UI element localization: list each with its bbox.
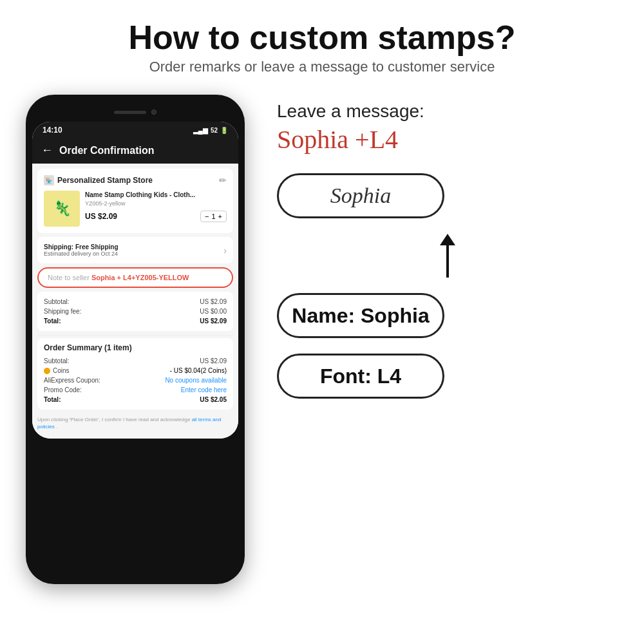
battery-icon: 🔋 — [220, 127, 228, 134]
product-info: Name Stamp Clothing Kids - Cloth... YZ00… — [85, 191, 227, 222]
store-row: 🏪 Personalized Stamp Store ✏ — [44, 175, 227, 185]
font-box-text: Font: L4 — [320, 365, 401, 388]
store-name: 🏪 Personalized Stamp Store — [44, 175, 153, 185]
phone-wrapper: 14:10 ▂▄▆ 52 🔋 ← Order Confirmation — [26, 95, 258, 584]
main-title: How to custom stamps? — [26, 19, 618, 56]
shipping-label: Shipping: Free Shipping — [44, 243, 118, 251]
shipping-arrow[interactable]: › — [223, 245, 227, 256]
header: How to custom stamps? Order remarks or l… — [26, 19, 618, 75]
coins-row: Coins - US $0.04(2 Coins) — [44, 366, 227, 375]
order-summary-card: Order Summary (1 item) Subtotal: US $2.0… — [37, 338, 233, 410]
os-total-row: Total: US $2.05 — [44, 395, 227, 404]
status-icons: ▂▄▆ 52 🔋 — [193, 127, 228, 134]
phone-speaker — [114, 111, 146, 114]
right-panel: Leave a message: Sophia +L4 Sophia Name:… — [277, 95, 618, 399]
divider — [37, 335, 233, 336]
back-button[interactable]: ← — [41, 144, 53, 157]
total-value: US $2.09 — [200, 317, 227, 325]
shipping-info: Shipping: Free Shipping Estimated delive… — [44, 243, 118, 257]
os-total-label: Total: — [44, 396, 61, 403]
subtotal-value: US $2.09 — [200, 298, 227, 305]
arrow-shaft — [446, 245, 449, 278]
promo-row: Promo Code: Enter code here — [44, 385, 227, 395]
store-icon: 🏪 — [44, 175, 54, 185]
font-box: Font: L4 — [277, 354, 444, 399]
status-time: 14:10 — [43, 126, 62, 135]
note-highlight: Sophia + L4+YZ005-YELLOW — [91, 274, 189, 281]
content-row: 14:10 ▂▄▆ 52 🔋 ← Order Confirmation — [26, 95, 618, 631]
os-total-value: US $2.05 — [200, 396, 227, 403]
os-subtotal-row: Subtotal: US $2.09 — [44, 356, 227, 366]
product-image: 🦎 — [44, 191, 80, 227]
phone-screen: 14:10 ▂▄▆ 52 🔋 ← Order Confirmation — [32, 122, 238, 438]
arrow-section — [277, 234, 618, 278]
edit-icon[interactable]: ✏ — [219, 175, 227, 185]
coin-icon — [44, 368, 50, 374]
shipping-fee-row: Shipping fee: US $0.00 — [44, 307, 227, 316]
product-row: 🦎 Name Stamp Clothing Kids - Cloth... YZ… — [44, 191, 227, 227]
fine-print: Upon clicking 'Place Order', I confirm I… — [37, 413, 233, 433]
product-price: US $2.09 — [85, 212, 117, 221]
signal-bars: ▂▄▆ — [193, 127, 208, 134]
qty-minus[interactable]: − — [205, 213, 209, 220]
arrow-up-icon — [440, 234, 455, 245]
message-value: Sophia +L4 — [277, 126, 618, 154]
name-box: Name: Sophia — [277, 293, 444, 338]
stamp-preview: Sophia — [277, 173, 444, 218]
totals-card: Subtotal: US $2.09 Shipping fee: US $0.0… — [37, 292, 233, 331]
subtitle: Order remarks or leave a message to cust… — [26, 59, 618, 75]
shipping-type: Free Shipping — [75, 243, 118, 251]
name-box-text: Name: Sophia — [292, 304, 429, 328]
coupon-value[interactable]: No coupons available — [165, 377, 227, 384]
nav-title: Order Confirmation — [59, 145, 155, 156]
order-card: 🏪 Personalized Stamp Store ✏ 🦎 Name Stam… — [37, 169, 233, 233]
phone-nav-bar: ← Order Confirmation — [32, 137, 238, 164]
product-price-row: US $2.09 − 1 + — [85, 211, 227, 222]
shipping-est: Estimated delivery on Oct 24 — [44, 251, 118, 257]
phone: 14:10 ▂▄▆ 52 🔋 ← Order Confirmation — [26, 95, 245, 584]
promo-label: Promo Code: — [44, 386, 82, 393]
leave-message-section: Leave a message: Sophia +L4 — [277, 101, 618, 154]
coins-label: Coins — [53, 367, 70, 374]
note-box[interactable]: Note to seller Sophia + L4+YZ005-YELLOW — [37, 267, 233, 288]
promo-value[interactable]: Enter code here — [181, 386, 227, 393]
total-label: Total: — [44, 317, 61, 325]
phone-status-bar: 14:10 ▂▄▆ 52 🔋 — [32, 122, 238, 137]
shipping-row: Shipping: Free Shipping Estimated delive… — [37, 237, 233, 263]
qty-value: 1 — [211, 213, 215, 220]
subtotal-label: Subtotal: — [44, 298, 69, 305]
coupon-row: AliExpress Coupon: No coupons available — [44, 375, 227, 385]
phone-content: 🏪 Personalized Stamp Store ✏ 🦎 Name Stam… — [32, 164, 238, 438]
qty-plus[interactable]: + — [218, 213, 222, 220]
os-subtotal-value: US $2.09 — [200, 357, 227, 365]
coins-value: - US $0.04(2 Coins) — [170, 367, 227, 374]
shipping-fee-value: US $0.00 — [200, 308, 227, 315]
coins-left: Coins — [44, 367, 70, 374]
fine-print-text: Upon clicking 'Place Order', I confirm I… — [37, 417, 192, 422]
product-sku: YZ005-2-yellow — [85, 200, 227, 207]
fine-print-end: . — [56, 424, 57, 430]
leave-message-label: Leave a message: — [277, 101, 618, 122]
signal-value: 52 — [211, 127, 218, 134]
page: How to custom stamps? Order remarks or l… — [0, 0, 644, 644]
subtotal-row: Subtotal: US $2.09 — [44, 297, 227, 307]
total-row: Total: US $2.09 — [44, 316, 227, 326]
coupon-label: AliExpress Coupon: — [44, 377, 100, 384]
stamp-text: Sophia — [330, 184, 391, 208]
shipping-fee-label: Shipping fee: — [44, 308, 81, 315]
product-name: Name Stamp Clothing Kids - Cloth... — [85, 191, 227, 199]
phone-notch — [103, 105, 167, 119]
qty-control[interactable]: − 1 + — [200, 211, 227, 222]
phone-camera — [151, 109, 156, 115]
note-placeholder: Note to seller — [48, 274, 90, 281]
order-summary-title: Order Summary (1 item) — [44, 343, 227, 352]
os-subtotal-label: Subtotal: — [44, 357, 69, 365]
